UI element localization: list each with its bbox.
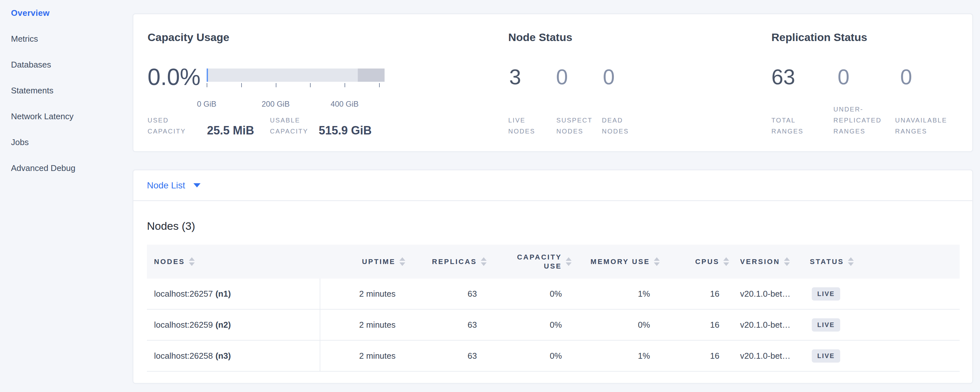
gauge-axis-tick: [379, 83, 380, 87]
gauge-segment-reserved: [358, 69, 385, 82]
nodes-count-heading: Nodes (3): [147, 219, 960, 233]
unavailable-ranges-label: UNAVAILABLE RANGES: [895, 115, 953, 137]
node-address-cell[interactable]: localhost:26257 (n1): [147, 279, 320, 309]
table-row: localhost:26259 (n2) 2 minutes 63 0% 0% …: [147, 309, 960, 341]
usable-capacity-label: USABLE CAPACITY: [270, 115, 326, 137]
sidebar-item-databases[interactable]: Databases: [0, 52, 126, 78]
node-status-title: Node Status: [508, 31, 572, 44]
nodes-card: Node List Nodes (3) NODES UPTIME REPLICA…: [133, 170, 973, 384]
used-capacity-label: USED CAPACITY: [148, 115, 204, 137]
suspect-nodes-label: SUSPECT NODES: [556, 115, 597, 137]
status-badge: LIVE: [812, 318, 840, 331]
capacity-use-cell: 0%: [487, 341, 571, 371]
capacity-use-cell: 0%: [487, 309, 571, 340]
sort-icon: [848, 257, 854, 266]
capacity-usage-title: Capacity Usage: [148, 31, 229, 44]
sidebar-item-statements[interactable]: Statements: [0, 78, 126, 104]
replicas-cell: 63: [405, 341, 487, 371]
capacity-used-percent: 0.0%: [148, 61, 200, 92]
column-header-status[interactable]: STATUS: [805, 245, 961, 279]
dead-nodes-label: DEAD NODES: [602, 115, 637, 137]
chevron-down-icon: [193, 183, 200, 187]
replicas-cell: 63: [405, 279, 487, 309]
column-header-memory-use[interactable]: MEMORY USE: [571, 245, 660, 279]
gauge-segment-free: [208, 69, 358, 82]
gauge-axis-tick: [345, 83, 345, 87]
node-id: (n2): [215, 320, 231, 330]
column-header-cpus[interactable]: CPUS: [660, 245, 729, 279]
live-nodes-count: 3: [509, 63, 521, 91]
column-header-uptime[interactable]: UPTIME: [320, 245, 405, 279]
live-nodes-label: LIVE NODES: [508, 115, 550, 137]
sort-icon: [784, 257, 790, 266]
nodes-table-body: localhost:26257 (n1) 2 minutes 63 0% 1% …: [147, 279, 960, 372]
uptime-cell: 2 minutes: [320, 279, 405, 309]
column-header-capacity-use[interactable]: CAPACITY USE: [487, 245, 571, 279]
sidebar-item-network-latency[interactable]: Network Latency: [0, 104, 126, 129]
column-header-version[interactable]: VERSION: [729, 245, 805, 279]
gauge-axis-tick: [207, 83, 207, 87]
total-ranges-label: TOTAL RANGES: [772, 115, 810, 137]
node-id: (n3): [215, 351, 231, 361]
status-cell: LIVE: [805, 309, 961, 340]
sidebar-item-advanced-debug[interactable]: Advanced Debug: [0, 155, 126, 181]
sort-icon: [723, 257, 729, 266]
sidebar-item-jobs[interactable]: Jobs: [0, 129, 126, 155]
gauge-axis-label: 200 GiB: [261, 100, 290, 108]
version-cell: v20.1.0-bet…: [729, 341, 805, 371]
replication-status-title: Replication Status: [772, 31, 867, 44]
replicas-cell: 63: [405, 309, 487, 340]
sort-icon: [566, 257, 571, 266]
node-id: (n1): [215, 289, 231, 299]
sidebar-item-metrics[interactable]: Metrics: [0, 26, 126, 52]
uptime-cell: 2 minutes: [320, 309, 405, 340]
sidebar: Overview Metrics Databases Statements Ne…: [0, 0, 126, 392]
sort-icon: [399, 257, 405, 266]
suspect-nodes-count: 0: [556, 63, 568, 91]
sort-icon: [189, 257, 195, 266]
version-cell: v20.1.0-bet…: [729, 309, 805, 340]
memory-use-cell: 0%: [571, 309, 660, 340]
gauge-axis-tick: [241, 83, 242, 87]
column-header-nodes[interactable]: NODES: [147, 245, 320, 279]
usable-capacity-value: 515.9 GiB: [319, 123, 372, 138]
capacity-gauge-chart: 0 GiB200 GiB400 GiB: [207, 69, 385, 82]
memory-use-cell: 1%: [571, 341, 660, 371]
table-row: localhost:26257 (n1) 2 minutes 63 0% 1% …: [147, 279, 960, 309]
node-address-cell[interactable]: localhost:26258 (n3): [147, 341, 320, 371]
cluster-summary-card: Capacity Usage 0.0% 0 GiB200 GiB400 GiB …: [133, 14, 973, 152]
node-list-dropdown-label: Node List: [147, 180, 185, 191]
version-cell: v20.1.0-bet…: [729, 279, 805, 309]
memory-use-cell: 1%: [571, 279, 660, 309]
cpus-cell: 16: [660, 309, 729, 340]
nodes-table-header-row: NODES UPTIME REPLICAS CAPACITY USE MEMOR…: [147, 245, 960, 279]
sort-icon: [654, 257, 660, 266]
capacity-use-cell: 0%: [487, 279, 571, 309]
under-replicated-ranges-count: 0: [838, 63, 850, 91]
uptime-cell: 2 minutes: [320, 341, 405, 371]
gauge-axis-label: 0 GiB: [197, 100, 216, 108]
unavailable-ranges-count: 0: [900, 63, 912, 91]
status-cell: LIVE: [805, 279, 961, 309]
status-badge: LIVE: [812, 349, 840, 363]
dead-nodes-count: 0: [603, 63, 615, 91]
total-ranges-count: 63: [772, 63, 795, 91]
status-badge: LIVE: [812, 287, 840, 301]
nodes-table: NODES UPTIME REPLICAS CAPACITY USE MEMOR…: [147, 245, 960, 372]
sidebar-item-overview[interactable]: Overview: [0, 0, 126, 26]
gauge-axis-tick: [276, 83, 277, 87]
table-row: localhost:26258 (n3) 2 minutes 63 0% 1% …: [147, 341, 960, 372]
used-capacity-value: 25.5 MiB: [207, 123, 254, 138]
column-header-replicas[interactable]: REPLICAS: [405, 245, 487, 279]
under-replicated-ranges-label: UNDER-REPLICATED RANGES: [834, 104, 891, 137]
gauge-axis-label: 400 GiB: [331, 100, 359, 108]
cpus-cell: 16: [660, 341, 729, 371]
sort-icon: [481, 257, 487, 266]
cpus-cell: 16: [660, 279, 729, 309]
node-list-dropdown[interactable]: Node List: [134, 170, 972, 201]
node-address-cell[interactable]: localhost:26259 (n2): [147, 309, 320, 340]
status-cell: LIVE: [805, 341, 961, 371]
gauge-axis-tick: [310, 83, 311, 87]
